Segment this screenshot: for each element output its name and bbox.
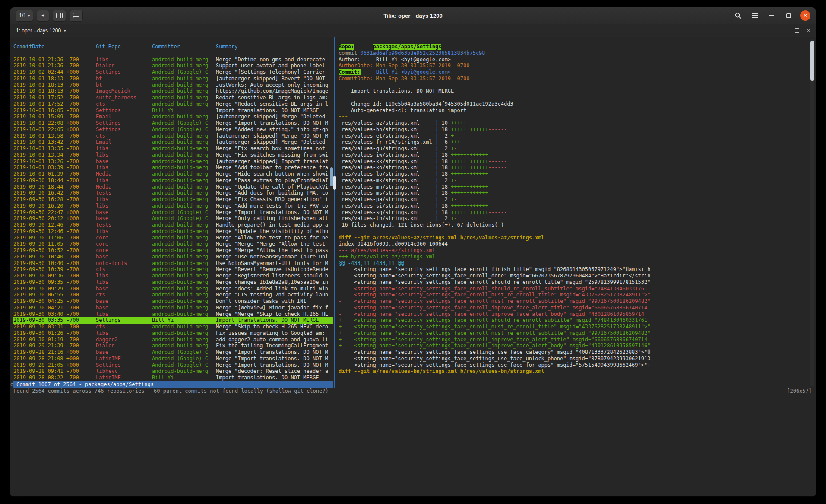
- cell-date: 2019-09-30 12:46 -700: [13, 228, 92, 235]
- table-row[interactable]: 2019-10-02 02:44 +000SettingsAndroid (Go…: [13, 69, 333, 76]
- cell-repo: base: [92, 254, 148, 260]
- table-row[interactable]: 2019-09-30 10:52 -700coreandroid-build-m…: [13, 247, 333, 254]
- table-row[interactable]: 2019-10-01 17:52 -700ctsandroid-build-me…: [13, 101, 333, 107]
- table-row[interactable]: 2019-10-01 01:39 -700Mediaandroid-build-…: [13, 171, 333, 177]
- table-row[interactable]: 2019-09-30 18:44 -700Mediaandroid-build-…: [13, 184, 333, 190]
- cell-committer: android-build-merg: [148, 228, 212, 235]
- table-row[interactable]: 2019-10-01 16:05 -700SettingsBill YiImpo…: [13, 107, 333, 114]
- table-row[interactable]: 2019-09-30 10:40 -700noto-fontsandroid-b…: [13, 260, 333, 267]
- tab-chevron-down-icon[interactable]: ▾: [64, 28, 66, 33]
- menu-button[interactable]: [750, 10, 760, 21]
- maximize-terminal-icon[interactable]: [795, 28, 799, 33]
- cell-repo: libs: [92, 177, 148, 184]
- table-row[interactable]: 2019-09-30 09:36 -700libsandroid-build-m…: [13, 273, 333, 279]
- cell-committer: Android (Google) C: [148, 120, 212, 126]
- session-selector-button[interactable]: 1/1 ▾: [16, 10, 33, 22]
- table-row[interactable]: 2019-10-01 21:36 -700Dialerandroid-build…: [13, 63, 333, 69]
- cell-repo: libs: [92, 330, 148, 337]
- table-row[interactable]: 2019-09-28 09:41 -700libhevcandroid-buil…: [13, 368, 333, 375]
- diff-line: - <string name="security_settings_face_e…: [339, 311, 816, 318]
- table-row[interactable]: 2019-09-30 06:55 -700ctsandroid-build-me…: [13, 292, 333, 298]
- cell-date: 2019-10-01 15:09 -700: [13, 113, 92, 120]
- table-row[interactable]: 2019-09-30 22:47 +000baseAndroid (Google…: [13, 209, 333, 216]
- cell-repo: Media: [92, 184, 148, 190]
- maximize-button[interactable]: [783, 10, 794, 21]
- table-row[interactable]: 2019-09-30 09:35 -700libsandroid-build-m…: [13, 279, 333, 286]
- cell-date: 2019-09-30 16:20 -700: [13, 203, 92, 209]
- table-row[interactable]: 2019-09-30 03:31 -700ctsandroid-build-me…: [13, 324, 333, 330]
- cell-repo: Settings: [92, 120, 148, 126]
- cell-repo: Email: [92, 139, 148, 145]
- table-row[interactable]: 2019-09-30 20:12 +000baseAndroid (Google…: [13, 215, 333, 222]
- table-row[interactable]: 2019-09-30 18:44 -700libsandroid-build-m…: [13, 177, 333, 184]
- table-row[interactable]: 2019-09-30 12:46 -700libsandroid-build-m…: [13, 228, 333, 235]
- table-row[interactable]: 2019-10-01 13:34 -700libsandroid-build-m…: [13, 152, 333, 158]
- table-row[interactable]: 2019-09-30 01:19 -700dagger2android-buil…: [13, 337, 333, 343]
- search-icon: [734, 12, 742, 19]
- right-scrollbar-thumb[interactable]: [810, 41, 814, 81]
- table-row[interactable]: 2019-10-01 21:36 -700libsandroid-build-m…: [13, 57, 333, 63]
- cell-date: 2019-10-01 13:58 -700: [13, 133, 92, 139]
- cell-date: 2019-10-01 17:52 -700: [13, 94, 92, 101]
- table-row[interactable]: 2019-09-30 01:26 -700libsandroid-build-m…: [13, 330, 333, 337]
- table-row[interactable]: 2019-09-30 11:06 -700coreandroid-build-m…: [13, 235, 333, 241]
- cell-committer: android-build-merg: [148, 305, 212, 311]
- cell-committer: android-build-merg: [148, 254, 212, 260]
- table-row[interactable]: 2019-09-30 16:28 -700libsandroid-build-m…: [13, 196, 333, 203]
- table-row[interactable]: 2019-09-30 16:42 -700testsandroid-build-…: [13, 190, 333, 196]
- cell-summary: Merge "Import translations. DO NOT M: [212, 349, 333, 356]
- table-row[interactable]: 2019-10-01 03:39 -700libsandroid-build-m…: [13, 164, 333, 171]
- diff-line: - <string name="security_settings_face_e…: [339, 305, 816, 311]
- diff-pane[interactable]: Repo: packages/apps/Settingscommit 0631a…: [336, 37, 816, 388]
- cell-summary: Merge "Use NotoSansMyanmar (pure Uni: [212, 254, 333, 260]
- commit-list-pane[interactable]: CommitDate Git Repo Committer Summary 20…: [10, 37, 333, 388]
- split-down-button[interactable]: [70, 10, 83, 22]
- table-row[interactable]: 2019-10-01 18:13 -700btandroid-build-mer…: [13, 82, 333, 88]
- table-row[interactable]: 2019-10-01 22:05 +000SettingsAndroid (Go…: [13, 126, 333, 133]
- left-scrollbar-thumb[interactable]: [330, 167, 333, 186]
- table-row[interactable]: 2019-09-30 10:39 -700ctsandroid-build-me…: [13, 266, 333, 273]
- diff-line: res/values-iw/strings.xml | 18 +++++++++…: [339, 152, 816, 158]
- cell-committer: android-build-merg: [148, 241, 212, 247]
- table-row[interactable]: 2019-09-30 11:05 -700coreandroid-build-m…: [13, 241, 333, 247]
- table-row[interactable]: 2019-10-01 18:13 -700btandroid-build-mer…: [13, 76, 333, 82]
- cell-committer: android-build-merg: [148, 260, 212, 267]
- table-header-row: CommitDate Git Repo Committer Summary: [13, 44, 333, 50]
- table-row[interactable]: 2019-10-01 13:26 -700baseandroid-build-m…: [13, 158, 333, 165]
- table-row[interactable]: 2019-09-30 16:20 -700libsandroid-build-m…: [13, 203, 333, 209]
- cell-repo: libhevc: [92, 368, 148, 375]
- table-row[interactable]: 2019-10-01 13:58 -700ctsandroid-build-me…: [13, 133, 333, 139]
- table-row[interactable]: 2019-09-28 21:05 +000SettingsAndroid (Go…: [13, 362, 333, 369]
- table-row[interactable]: 2019-09-28 21:16 +000baseAndroid (Google…: [13, 349, 333, 356]
- diff-line: + <string name="security_settings_face_e…: [339, 330, 816, 337]
- right-scrollbar-track[interactable]: [810, 39, 814, 386]
- table-row[interactable]: 2019-09-30 03:40 -700libsandroid-build-m…: [13, 311, 333, 318]
- tab-label[interactable]: 1: oper --days 1200: [16, 28, 61, 34]
- table-row[interactable]: 2019-09-29 21:39 -700Dialerandroid-build…: [13, 343, 333, 349]
- table-row[interactable]: 2019-09-30 09:29 -700baseandroid-build-m…: [13, 286, 333, 292]
- window-title: Tilix: oper --days 1200: [10, 13, 816, 19]
- close-terminal-icon[interactable]: ×: [807, 28, 810, 34]
- table-row[interactable]: 2019-09-30 04:21 -700baseandroid-build-m…: [13, 305, 333, 311]
- minimize-button[interactable]: [766, 10, 777, 21]
- table-row[interactable]: 2019-10-01 15:09 -700Emailandroid-build-…: [13, 113, 333, 120]
- table-row[interactable]: 2019-10-01 18:13 -700ImageMagickandroid-…: [13, 88, 333, 94]
- table-row[interactable]: 2019-10-01 13:35 -700libsandroid-build-m…: [13, 145, 333, 152]
- cell-committer: android-build-merg: [148, 286, 212, 292]
- cell-summary: add dagger2-auto-common and guava li: [212, 337, 333, 343]
- close-button[interactable]: ×: [800, 10, 810, 21]
- new-session-button[interactable]: +: [37, 10, 49, 22]
- table-row[interactable]: 2019-10-01 17:52 -700suite_harnessandroi…: [13, 94, 333, 101]
- search-button[interactable]: [733, 10, 743, 21]
- table-row[interactable]: 2019-09-28 21:08 +000LatinIMEAndroid (Go…: [13, 356, 333, 362]
- split-right-button[interactable]: [53, 10, 66, 22]
- table-row[interactable]: 2019-09-30 12:46 -700testsandroid-build-…: [13, 222, 333, 228]
- table-row-selected[interactable]: 2019-09-30 03:35 -700SettingsBill YiImpo…: [13, 317, 333, 324]
- table-row[interactable]: 2019-10-01 22:08 +000SettingsAndroid (Go…: [13, 120, 333, 126]
- cell-summary: Fix the failing IncomingCallFragment: [212, 343, 333, 349]
- table-row[interactable]: 2019-10-01 13:42 -700Emailandroid-build-…: [13, 139, 333, 145]
- cell-repo: base: [92, 298, 148, 305]
- table-row[interactable]: 2019-09-30 10:40 -700baseandroid-build-m…: [13, 254, 333, 260]
- table-row[interactable]: 2019-09-28 08:22 -700LatinIMEBill YiImpo…: [13, 375, 333, 381]
- table-row[interactable]: 2019-09-30 04:25 -700baseandroid-build-m…: [13, 298, 333, 305]
